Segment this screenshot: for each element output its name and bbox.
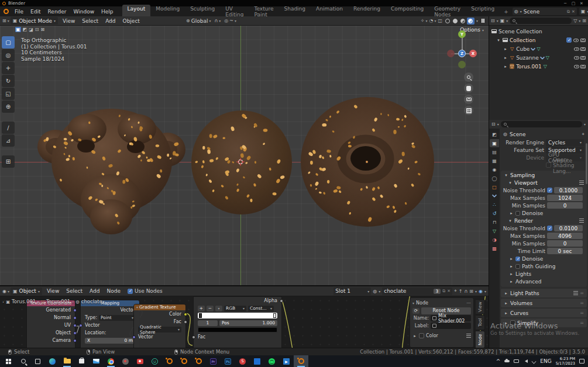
- object-row[interactable]: ▸ ▽ Cube ▽: [489, 44, 588, 53]
- overlays-dropdown[interactable]: ◔▾: [429, 18, 436, 23]
- hide-eye-icon[interactable]: [573, 39, 579, 42]
- blender-app-3[interactable]: [191, 355, 206, 367]
- node-output-socket-row[interactable]: Vector: [81, 306, 139, 314]
- gizmo-z-axis[interactable]: Z: [458, 50, 466, 57]
- filter-dropdown-icon[interactable]: ▾: [584, 122, 586, 126]
- checkbox[interactable]: [515, 257, 520, 261]
- show-hidden-icons[interactable]: ^: [496, 358, 501, 364]
- s-app[interactable]: S: [235, 355, 250, 367]
- zoom-button[interactable]: [464, 72, 473, 82]
- proportional-editing-toggle[interactable]: ◎~▾: [224, 18, 236, 23]
- shader-node-canvas[interactable]: › ▣ Torus.001 › ▽ Torus.001 › ◍ choclate…: [0, 296, 489, 348]
- photoshop-app[interactable]: Ps: [221, 355, 235, 367]
- pin-icon[interactable]: ⌖: [582, 131, 584, 137]
- menu-item[interactable]: Window: [70, 9, 98, 15]
- vector-socket[interactable]: [73, 309, 77, 312]
- node-input-socket-row[interactable]: Fac: [194, 333, 281, 341]
- material-slot-dropdown[interactable]: Slot 1▾: [333, 288, 371, 295]
- color-ramp-gradient-bar[interactable]: [198, 313, 277, 318]
- snap-toggle[interactable]: ∩▾: [214, 18, 221, 23]
- stop-position-field[interactable]: Pos1.000: [219, 320, 277, 326]
- gradient-type-dropdown[interactable]: Quadratic Sphere▾: [138, 327, 181, 333]
- menu-item[interactable]: Select: [63, 288, 86, 294]
- premiere-app[interactable]: Pr: [206, 355, 221, 367]
- expand-arrow[interactable]: ▸: [503, 56, 508, 60]
- add-workspace-button[interactable]: +: [500, 9, 512, 15]
- node-color-section[interactable]: ▸ Color: [412, 332, 471, 340]
- mail-app[interactable]: [89, 355, 104, 367]
- vector-socket[interactable]: [79, 324, 82, 327]
- vector-socket[interactable]: [73, 324, 77, 327]
- number-field[interactable]: 0.1000: [554, 187, 583, 193]
- menu-item[interactable]: Add: [102, 18, 119, 24]
- editor-type-icon[interactable]: ⊞: [2, 18, 6, 23]
- node-output-socket-row[interactable]: UV: [27, 321, 75, 329]
- vector-socket[interactable]: [73, 316, 77, 320]
- solid-shading-button[interactable]: [452, 18, 459, 25]
- viewlayer-properties-tab[interactable]: ▦: [490, 157, 499, 165]
- collapsed-panel[interactable]: ▸ Simplify =: [501, 318, 587, 327]
- sidebar-tab[interactable]: Tool: [476, 315, 485, 330]
- stop-index-field[interactable]: 1: [198, 320, 218, 326]
- menu-icon[interactable]: [466, 334, 471, 338]
- node-label-field[interactable]: [431, 323, 471, 329]
- stop-color-swatch[interactable]: [198, 327, 277, 333]
- checkbox[interactable]: [515, 211, 520, 216]
- expand-arrow[interactable]: ▸: [503, 64, 508, 69]
- node-output-socket-row[interactable]: Alpha: [194, 297, 281, 304]
- breadcrumb-mesh[interactable]: Torus.001: [46, 299, 70, 304]
- collection-row[interactable]: ▾ Collection: [489, 36, 588, 44]
- viewlayer-selector[interactable]: ▣▾ ViewLayer ⧉ ✕: [579, 8, 588, 15]
- number-field[interactable]: 1024: [547, 195, 583, 201]
- checkbox[interactable]: [510, 320, 515, 326]
- expand-arrow[interactable]: ▾: [496, 38, 501, 43]
- render-visibility-icon[interactable]: [580, 39, 586, 42]
- speaker-icon[interactable]: [523, 359, 528, 363]
- world-properties-tab[interactable]: ◯: [490, 174, 499, 182]
- vector-socket[interactable]: [73, 331, 77, 335]
- fac-socket[interactable]: [184, 320, 187, 324]
- suzanne-object[interactable]: [37, 109, 185, 234]
- ramp-stop-handle[interactable]: [273, 313, 276, 318]
- pan-button[interactable]: [464, 84, 473, 93]
- wireframe-shading-button[interactable]: [444, 18, 452, 25]
- breadcrumb-object[interactable]: Torus.001: [12, 299, 36, 304]
- render-visibility-icon[interactable]: [580, 56, 586, 60]
- gizmo-y-axis[interactable]: Y: [458, 30, 466, 38]
- pin-icon[interactable]: ⌖: [454, 288, 457, 294]
- node-input-socket-row[interactable]: Vector: [134, 333, 185, 341]
- menu-item[interactable]: Object: [119, 18, 143, 24]
- texture-coordinate-node[interactable]: Texture Coordinate GeneratedNormalUVObje…: [26, 300, 75, 348]
- collapsed-subpanel[interactable]: ▸Denoise: [501, 209, 587, 217]
- new-collection-icon[interactable]: ⊞: [582, 18, 586, 23]
- number-field[interactable]: 0 sec: [547, 248, 583, 254]
- editor-type-icon[interactable]: ⊟: [491, 122, 496, 127]
- gradient-texture-node[interactable]: ▾Gradient Texture Color Fac Quadratic Sp…: [133, 304, 186, 348]
- collapsed-subpanel[interactable]: ▸Advanced: [501, 278, 587, 285]
- drag-handle-icon[interactable]: =: [580, 320, 584, 326]
- menu-icon[interactable]: [579, 181, 584, 185]
- file-explorer-app[interactable]: [60, 355, 74, 367]
- gizmo-neg-y-axis[interactable]: [458, 61, 466, 68]
- object-row[interactable]: ▸ ▽ Suzanne ▽: [489, 53, 588, 62]
- material-properties-tab[interactable]: ◑: [490, 236, 499, 244]
- menu-item[interactable]: View: [59, 18, 78, 24]
- node-input-socket-row[interactable]: Vector: [81, 321, 139, 329]
- node-panel-header[interactable]: ▾Node—: [412, 299, 471, 307]
- osl-checkbox[interactable]: [546, 162, 551, 168]
- sidebar-tab[interactable]: View: [476, 299, 485, 314]
- material-preview-button[interactable]: [459, 18, 467, 25]
- transform-orientation-dropdown[interactable]: ⊕Global▾: [186, 18, 211, 24]
- node-output-socket-row[interactable]: Color: [134, 310, 185, 318]
- blue-tile-app[interactable]: [250, 355, 264, 367]
- material-name-field[interactable]: choclate 3 ⧉ ✕: [382, 288, 452, 295]
- orthographic-toggle-button[interactable]: [464, 106, 473, 115]
- task-view-button[interactable]: [30, 355, 45, 367]
- blender-app-2[interactable]: [177, 355, 191, 367]
- render-visibility-icon[interactable]: [580, 65, 586, 68]
- number-field[interactable]: 4096: [547, 233, 583, 239]
- ramp-stop-handle[interactable]: [199, 313, 202, 318]
- vector-socket[interactable]: [73, 339, 77, 342]
- texture-properties-tab[interactable]: ▩: [490, 244, 499, 252]
- rendered-shading-button[interactable]: [467, 18, 474, 25]
